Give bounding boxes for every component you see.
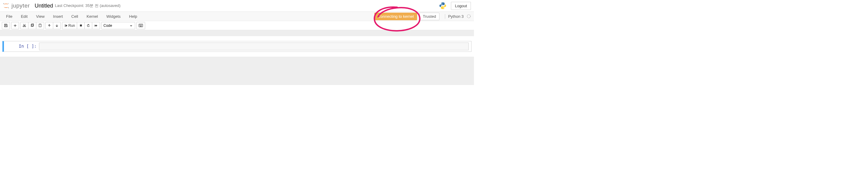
restart-run-all-button[interactable] bbox=[92, 22, 100, 29]
run-button[interactable]: Run bbox=[62, 22, 77, 29]
menu-insert[interactable]: Insert bbox=[49, 12, 67, 20]
svg-rect-22 bbox=[140, 26, 142, 26]
svg-rect-20 bbox=[141, 25, 141, 26]
kernel-indicator-icon bbox=[467, 14, 471, 18]
header: jupyter Untitled Last Checkpoint: 35분 전 … bbox=[0, 0, 474, 11]
plus-icon bbox=[13, 24, 17, 28]
checkpoint-text: Last Checkpoint: 35분 전 (autosaved) bbox=[55, 3, 121, 8]
fast-forward-icon bbox=[94, 24, 98, 28]
svg-rect-12 bbox=[80, 25, 82, 26]
svg-point-0 bbox=[3, 3, 4, 4]
arrow-down-icon bbox=[55, 24, 59, 28]
copy-button[interactable] bbox=[28, 22, 36, 29]
svg-rect-21 bbox=[142, 25, 142, 26]
cell-type-select[interactable]: Code bbox=[101, 22, 135, 29]
svg-rect-8 bbox=[31, 25, 33, 27]
run-label: Run bbox=[68, 24, 75, 28]
python-icon bbox=[439, 2, 447, 10]
menu-view[interactable]: View bbox=[32, 12, 49, 20]
interrupt-button[interactable] bbox=[77, 22, 85, 29]
save-icon bbox=[4, 24, 8, 28]
scissors-icon bbox=[22, 24, 26, 28]
svg-point-3 bbox=[441, 3, 442, 4]
gap-band bbox=[0, 30, 474, 36]
notebook-area: In [ ]: bbox=[0, 36, 474, 57]
logout-button[interactable]: Logout bbox=[451, 2, 471, 10]
notebook-name[interactable]: Untitled bbox=[35, 3, 53, 9]
svg-rect-18 bbox=[140, 25, 140, 26]
svg-rect-11 bbox=[40, 24, 41, 25]
menu-widgets[interactable]: Widgets bbox=[102, 12, 125, 20]
cut-button[interactable] bbox=[20, 22, 28, 29]
jupyter-logo[interactable]: jupyter bbox=[2, 2, 30, 9]
svg-rect-9 bbox=[32, 24, 34, 26]
menu-file[interactable]: File bbox=[2, 12, 17, 20]
menubar: File Edit View Insert Cell Kernel Widget… bbox=[0, 11, 474, 21]
menu-kernel[interactable]: Kernel bbox=[82, 12, 102, 20]
svg-point-4 bbox=[443, 8, 444, 8]
svg-point-1 bbox=[8, 7, 9, 8]
stop-icon bbox=[79, 24, 83, 27]
save-button[interactable] bbox=[2, 22, 10, 29]
command-palette-button[interactable] bbox=[136, 22, 145, 29]
trusted-button[interactable]: Trusted bbox=[420, 13, 439, 20]
menu-cell[interactable]: Cell bbox=[67, 12, 82, 20]
svg-point-2 bbox=[8, 3, 9, 4]
arrow-up-icon bbox=[48, 24, 51, 28]
paste-icon bbox=[38, 24, 42, 28]
restart-button[interactable] bbox=[84, 22, 92, 29]
bottom-band bbox=[0, 57, 474, 85]
copy-icon bbox=[30, 24, 34, 28]
svg-point-5 bbox=[467, 15, 471, 18]
code-cell[interactable]: In [ ]: bbox=[2, 41, 471, 52]
jupyter-logo-text: jupyter bbox=[11, 2, 30, 9]
move-down-button[interactable] bbox=[53, 22, 61, 29]
paste-button[interactable] bbox=[36, 22, 44, 29]
kernel-status-button[interactable]: Connecting to kernel bbox=[374, 13, 417, 20]
menu-help[interactable]: Help bbox=[125, 12, 142, 20]
code-input-area[interactable] bbox=[39, 42, 469, 50]
menu-edit[interactable]: Edit bbox=[17, 12, 32, 20]
input-prompt: In [ ]: bbox=[4, 42, 39, 50]
jupyter-icon bbox=[2, 2, 10, 9]
toolbar: Run Code bbox=[0, 21, 474, 30]
insert-cell-button[interactable] bbox=[11, 22, 19, 29]
keyboard-icon bbox=[138, 24, 143, 27]
svg-rect-10 bbox=[39, 24, 41, 27]
kernel-name: Python 3 bbox=[445, 14, 465, 19]
run-icon bbox=[64, 24, 68, 28]
restart-icon bbox=[87, 24, 90, 28]
move-up-button[interactable] bbox=[45, 22, 53, 29]
